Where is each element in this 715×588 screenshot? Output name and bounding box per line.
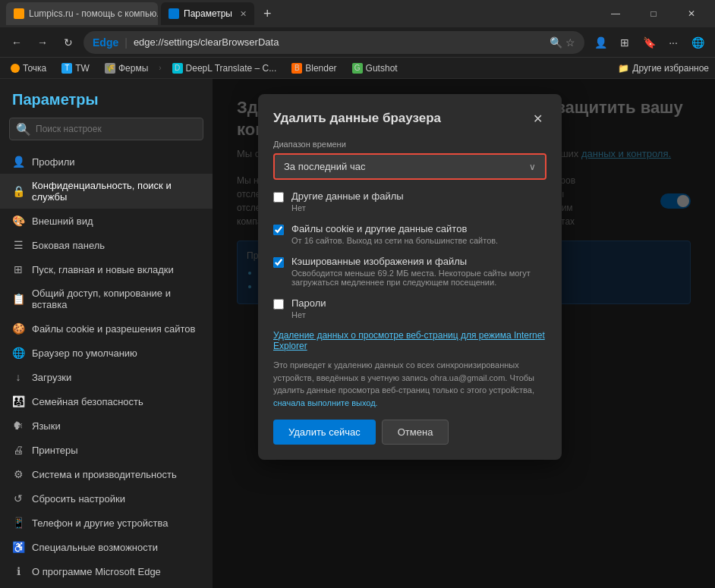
sidebar-item-reset[interactable]: ↺ Сбросить настройки (0, 486, 213, 511)
sidebar-label-cookies: Файлы cookie и разрешения сайтов (32, 323, 195, 335)
address-url: edge://settings/clearBrowserData (134, 36, 279, 48)
address-input[interactable]: Edge | edge://settings/clearBrowserData … (83, 31, 584, 54)
sidebar-label-family: Семейная безопасность (32, 396, 143, 407)
sidebar-item-sharing[interactable]: 📋 Общий доступ, копирование и вставка (0, 281, 213, 316)
logout-link[interactable]: сначала выполните выход. (273, 398, 378, 407)
ie-mode-link[interactable]: Удаление данных о просмотре веб-страниц … (273, 330, 546, 351)
cancel-button[interactable]: Отмена (382, 420, 449, 445)
sidebar-item-privacy[interactable]: 🔒 Конфиденциальность, поиск и службы (0, 174, 213, 209)
sidebar-label-appearance: Внешний вид (32, 215, 93, 227)
sidebar-item-start[interactable]: ⊞ Пуск, главная и новые вкладки (0, 257, 213, 281)
sidebar-item-cookies[interactable]: 🍪 Файлы cookie и разрешения сайтов (0, 316, 213, 341)
more-button[interactable]: ··· (662, 31, 685, 54)
cookies-icon: 🍪 (12, 322, 24, 335)
tab-label-lumpics: Lumpics.ru - помощь с компью... (29, 8, 158, 19)
fav-item-gutshot[interactable]: G Gutshot (348, 61, 402, 75)
main-layout: Параметры 🔍 👤 Профили 🔒 Конфиденциальнос… (0, 79, 715, 588)
edge-button[interactable]: 🌐 (686, 31, 709, 54)
fav-other[interactable]: 📁 Другие избранное (618, 63, 709, 74)
sidebar-label-sharing: Общий доступ, копирование и вставка (32, 288, 200, 310)
fav-icon-fermy: 🌾 (105, 63, 115, 74)
star-icon[interactable]: ☆ (565, 36, 575, 49)
sidebar-label-downloads: Загрузки (32, 372, 71, 383)
tab-lumpics[interactable]: Lumpics.ru - помощь с компью... ✕ (6, 2, 158, 25)
checkbox-passwords-label: Пароли (291, 297, 326, 309)
time-range-select-wrapper: За последний час ∨ (273, 153, 546, 180)
checkbox-cookies-label: Файлы cookie и другие данные сайтов (291, 223, 498, 234)
favorites-bar: Точка T TW 🌾 Фермы › D DeepL Translate –… (0, 58, 715, 79)
modal-buttons: Удалить сейчас Отмена (273, 420, 546, 445)
sidebar-search[interactable]: 🔍 (9, 118, 203, 140)
fav-item-tochka[interactable]: Точка (6, 61, 51, 75)
sidebar: Параметры 🔍 👤 Профили 🔒 Конфиденциальнос… (0, 79, 213, 588)
sidebar-item-appearance[interactable]: 🎨 Внешний вид (0, 209, 213, 233)
checkbox-passwords-sublabel: Нет (291, 310, 326, 319)
checkbox-other-data: Другие данные и файлы Нет (273, 190, 546, 212)
sidebar-label-reset: Сбросить настройки (32, 493, 125, 505)
fav-label-tw: TW (75, 63, 90, 74)
edge-logo: Edge (93, 36, 118, 49)
sidebar-item-sidebar[interactable]: ☰ Боковая панель (0, 233, 213, 257)
title-bar: Lumpics.ru - помощь с компью... ✕ Параме… (0, 0, 715, 27)
sidebar-item-printers[interactable]: 🖨 Принтеры (0, 438, 213, 462)
delete-now-button[interactable]: Удалить сейчас (273, 420, 376, 445)
appearance-icon: 🎨 (12, 215, 24, 227)
tab-favicon-settings (169, 8, 179, 19)
sidebar-item-downloads[interactable]: ↓ Загрузки (0, 365, 213, 389)
fav-icon-blender: B (291, 63, 302, 74)
search-input[interactable] (36, 124, 197, 134)
checkbox-cache-input[interactable] (273, 257, 284, 268)
fav-item-fermy[interactable]: 🌾 Фермы (100, 61, 153, 75)
new-tab-button[interactable]: + (257, 6, 278, 22)
printers-icon: 🖨 (12, 444, 24, 456)
tab-close-settings[interactable]: ✕ (240, 9, 247, 19)
checkbox-other-data-input[interactable] (273, 192, 284, 203)
fav-label-fermy: Фермы (118, 63, 148, 74)
checkbox-cookies-input[interactable] (273, 225, 284, 235)
fav-item-blender[interactable]: B Blender (287, 61, 341, 75)
modal-overlay: Удалить данные браузера ✕ Диапазон време… (213, 79, 715, 588)
collections-icon[interactable]: ⊞ (613, 31, 636, 54)
accessibility-icon: ♿ (12, 541, 24, 553)
system-icon: ⚙ (12, 468, 24, 480)
sidebar-item-system[interactable]: ⚙ Система и производительность (0, 462, 213, 486)
fav-icon-tw: T (61, 63, 72, 74)
sidebar-label-privacy: Конфиденциальность, поиск и службы (32, 180, 200, 203)
minimize-button[interactable]: — (598, 2, 633, 25)
sidebar-label-phone: Телефон и другие устройства (32, 517, 168, 529)
checkbox-other-data-label: Другие данные и файлы (291, 190, 404, 202)
fav-item-tw[interactable]: T TW (57, 61, 94, 75)
reset-icon: ↺ (12, 492, 24, 505)
window-controls: — □ ✕ (598, 2, 709, 25)
refresh-button[interactable]: ↻ (58, 32, 79, 53)
maximize-button[interactable]: □ (636, 2, 671, 25)
tab-favicon-lumpics (14, 8, 24, 19)
back-button[interactable]: ← (6, 32, 27, 53)
search-icon[interactable]: 🔍 (550, 36, 562, 49)
modal-close-button[interactable]: ✕ (528, 109, 546, 127)
sidebar-item-languages[interactable]: 🗣 Языки (0, 413, 213, 438)
sidebar-item-about[interactable]: ℹ О программе Microsoft Edge (0, 559, 213, 583)
fav-icon-deepl: D (172, 63, 183, 74)
about-icon: ℹ (12, 565, 24, 577)
tab-settings[interactable]: Параметры ✕ (161, 2, 254, 25)
fav-icon-gutshot: G (352, 63, 363, 74)
fav-item-deepl[interactable]: D DeepL Translate – С... (168, 61, 282, 75)
bookmark-icon[interactable]: 🔖 (638, 31, 660, 54)
checkbox-cookies-sublabel: От 16 сайтов. Выход из сети на большинст… (291, 236, 498, 245)
sidebar-item-profiles[interactable]: 👤 Профили (0, 149, 213, 174)
close-button[interactable]: ✕ (674, 2, 709, 25)
time-range-select[interactable]: За последний час ∨ (275, 155, 545, 178)
fav-label-gutshot: Gutshot (366, 63, 398, 74)
forward-button[interactable]: → (32, 32, 53, 53)
sidebar-item-accessibility[interactable]: ♿ Специальные возможности (0, 535, 213, 559)
sidebar-label-default-browser: Браузер по умолчанию (32, 347, 137, 359)
start-icon: ⊞ (12, 263, 24, 275)
sidebar-item-default-browser[interactable]: 🌐 Браузер по умолчанию (0, 341, 213, 365)
person-icon[interactable]: 👤 (589, 31, 612, 54)
downloads-icon: ↓ (12, 371, 24, 383)
family-icon: 👨‍👩‍👧 (12, 395, 24, 407)
checkbox-passwords-input[interactable] (273, 299, 284, 310)
sidebar-item-phone[interactable]: 📱 Телефон и другие устройства (0, 511, 213, 535)
sidebar-item-family[interactable]: 👨‍👩‍👧 Семейная безопасность (0, 389, 213, 413)
